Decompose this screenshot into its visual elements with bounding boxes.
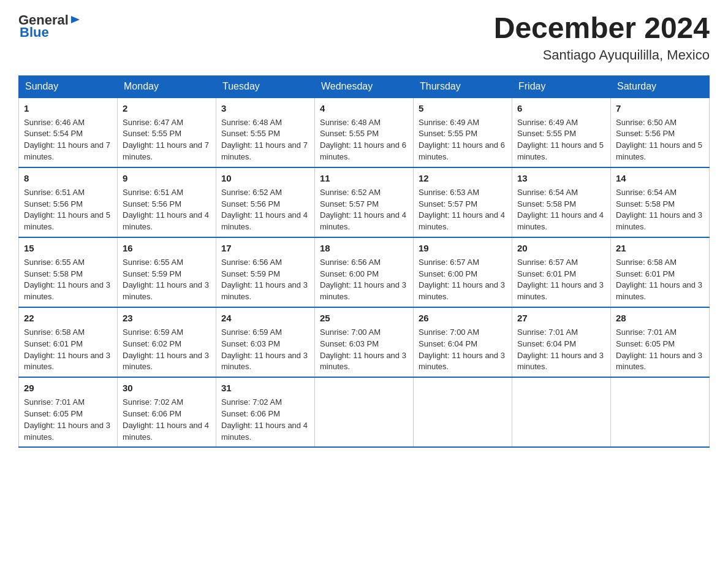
calendar-header-row: SundayMondayTuesdayWednesdayThursdayFrid… bbox=[19, 75, 710, 98]
day-header-saturday: Saturday bbox=[611, 75, 710, 98]
calendar-cell bbox=[414, 377, 512, 447]
svg-marker-0 bbox=[71, 16, 80, 23]
day-number: 14 bbox=[616, 172, 704, 185]
calendar-cell: 12Sunrise: 6:53 AMSunset: 5:57 PMDayligh… bbox=[414, 167, 512, 237]
day-header-sunday: Sunday bbox=[19, 75, 118, 98]
day-number: 21 bbox=[616, 242, 704, 255]
calendar-cell: 4Sunrise: 6:48 AMSunset: 5:55 PMDaylight… bbox=[315, 98, 414, 167]
logo-blue: Blue bbox=[20, 25, 49, 40]
day-number: 18 bbox=[320, 242, 408, 255]
calendar-week-row: 1Sunrise: 6:46 AMSunset: 5:54 PMDaylight… bbox=[19, 98, 710, 167]
calendar-cell: 23Sunrise: 6:59 AMSunset: 6:02 PMDayligh… bbox=[118, 307, 216, 377]
calendar-cell: 29Sunrise: 7:01 AMSunset: 6:05 PMDayligh… bbox=[19, 377, 118, 447]
calendar-cell: 3Sunrise: 6:48 AMSunset: 5:55 PMDaylight… bbox=[216, 98, 315, 167]
day-number: 31 bbox=[221, 381, 309, 395]
calendar-cell: 22Sunrise: 6:58 AMSunset: 6:01 PMDayligh… bbox=[19, 307, 118, 377]
day-number: 24 bbox=[221, 312, 309, 325]
day-number: 27 bbox=[517, 312, 605, 325]
calendar-cell: 24Sunrise: 6:59 AMSunset: 6:03 PMDayligh… bbox=[216, 307, 315, 377]
calendar-cell: 20Sunrise: 6:57 AMSunset: 6:01 PMDayligh… bbox=[512, 237, 611, 307]
day-number: 5 bbox=[419, 102, 507, 115]
day-number: 2 bbox=[123, 102, 211, 115]
calendar-cell: 10Sunrise: 6:52 AMSunset: 5:56 PMDayligh… bbox=[216, 167, 315, 237]
calendar-cell: 21Sunrise: 6:58 AMSunset: 6:01 PMDayligh… bbox=[611, 237, 710, 307]
calendar-title: December 2024 bbox=[494, 12, 710, 45]
day-number: 9 bbox=[123, 172, 211, 185]
calendar-cell: 17Sunrise: 6:56 AMSunset: 5:59 PMDayligh… bbox=[216, 237, 315, 307]
day-number: 22 bbox=[24, 312, 112, 325]
day-number: 29 bbox=[24, 381, 112, 395]
calendar-cell: 28Sunrise: 7:01 AMSunset: 6:05 PMDayligh… bbox=[611, 307, 710, 377]
calendar-table: SundayMondayTuesdayWednesdayThursdayFrid… bbox=[18, 75, 710, 448]
day-number: 3 bbox=[221, 102, 309, 115]
calendar-cell: 19Sunrise: 6:57 AMSunset: 6:00 PMDayligh… bbox=[414, 237, 512, 307]
day-header-wednesday: Wednesday bbox=[315, 75, 414, 98]
logo: General Blue bbox=[18, 12, 81, 40]
day-number: 23 bbox=[123, 312, 211, 325]
calendar-cell: 18Sunrise: 6:56 AMSunset: 6:00 PMDayligh… bbox=[315, 237, 414, 307]
calendar-week-row: 29Sunrise: 7:01 AMSunset: 6:05 PMDayligh… bbox=[19, 377, 710, 447]
calendar-cell: 26Sunrise: 7:00 AMSunset: 6:04 PMDayligh… bbox=[414, 307, 512, 377]
calendar-cell: 8Sunrise: 6:51 AMSunset: 5:56 PMDaylight… bbox=[19, 167, 118, 237]
day-number: 26 bbox=[419, 312, 507, 325]
calendar-cell: 31Sunrise: 7:02 AMSunset: 6:06 PMDayligh… bbox=[216, 377, 315, 447]
calendar-cell: 15Sunrise: 6:55 AMSunset: 5:58 PMDayligh… bbox=[19, 237, 118, 307]
calendar-cell: 2Sunrise: 6:47 AMSunset: 5:55 PMDaylight… bbox=[118, 98, 216, 167]
title-section: December 2024 Santiago Ayuquililla, Mexi… bbox=[494, 12, 710, 63]
calendar-cell: 6Sunrise: 6:49 AMSunset: 5:55 PMDaylight… bbox=[512, 98, 611, 167]
day-number: 13 bbox=[517, 172, 605, 185]
day-number: 12 bbox=[419, 172, 507, 185]
calendar-subtitle: Santiago Ayuquililla, Mexico bbox=[494, 47, 710, 63]
calendar-cell: 16Sunrise: 6:55 AMSunset: 5:59 PMDayligh… bbox=[118, 237, 216, 307]
day-number: 4 bbox=[320, 102, 408, 115]
calendar-week-row: 15Sunrise: 6:55 AMSunset: 5:58 PMDayligh… bbox=[19, 237, 710, 307]
logo-triangle-icon bbox=[71, 15, 81, 25]
day-number: 6 bbox=[517, 102, 605, 115]
day-number: 8 bbox=[24, 172, 112, 185]
day-number: 28 bbox=[616, 312, 704, 325]
calendar-cell: 7Sunrise: 6:50 AMSunset: 5:56 PMDaylight… bbox=[611, 98, 710, 167]
page-header: General Blue December 2024 Santiago Ayuq… bbox=[18, 12, 710, 63]
day-number: 17 bbox=[221, 242, 309, 255]
calendar-cell: 9Sunrise: 6:51 AMSunset: 5:56 PMDaylight… bbox=[118, 167, 216, 237]
calendar-cell: 11Sunrise: 6:52 AMSunset: 5:57 PMDayligh… bbox=[315, 167, 414, 237]
day-number: 20 bbox=[517, 242, 605, 255]
day-number: 19 bbox=[419, 242, 507, 255]
calendar-cell bbox=[512, 377, 611, 447]
calendar-cell: 25Sunrise: 7:00 AMSunset: 6:03 PMDayligh… bbox=[315, 307, 414, 377]
calendar-cell: 5Sunrise: 6:49 AMSunset: 5:55 PMDaylight… bbox=[414, 98, 512, 167]
day-header-monday: Monday bbox=[118, 75, 216, 98]
calendar-week-row: 22Sunrise: 6:58 AMSunset: 6:01 PMDayligh… bbox=[19, 307, 710, 377]
day-number: 1 bbox=[24, 102, 112, 115]
calendar-cell: 13Sunrise: 6:54 AMSunset: 5:58 PMDayligh… bbox=[512, 167, 611, 237]
day-number: 10 bbox=[221, 172, 309, 185]
day-header-thursday: Thursday bbox=[414, 75, 512, 98]
day-number: 16 bbox=[123, 242, 211, 255]
calendar-cell: 30Sunrise: 7:02 AMSunset: 6:06 PMDayligh… bbox=[118, 377, 216, 447]
day-number: 11 bbox=[320, 172, 408, 185]
day-header-friday: Friday bbox=[512, 75, 611, 98]
day-header-tuesday: Tuesday bbox=[216, 75, 315, 98]
calendar-cell bbox=[315, 377, 414, 447]
calendar-cell: 1Sunrise: 6:46 AMSunset: 5:54 PMDaylight… bbox=[19, 98, 118, 167]
calendar-cell: 14Sunrise: 6:54 AMSunset: 5:58 PMDayligh… bbox=[611, 167, 710, 237]
day-number: 15 bbox=[24, 242, 112, 255]
day-number: 30 bbox=[123, 381, 211, 395]
day-number: 7 bbox=[616, 102, 704, 115]
calendar-cell bbox=[611, 377, 710, 447]
calendar-cell: 27Sunrise: 7:01 AMSunset: 6:04 PMDayligh… bbox=[512, 307, 611, 377]
calendar-week-row: 8Sunrise: 6:51 AMSunset: 5:56 PMDaylight… bbox=[19, 167, 710, 237]
day-number: 25 bbox=[320, 312, 408, 325]
